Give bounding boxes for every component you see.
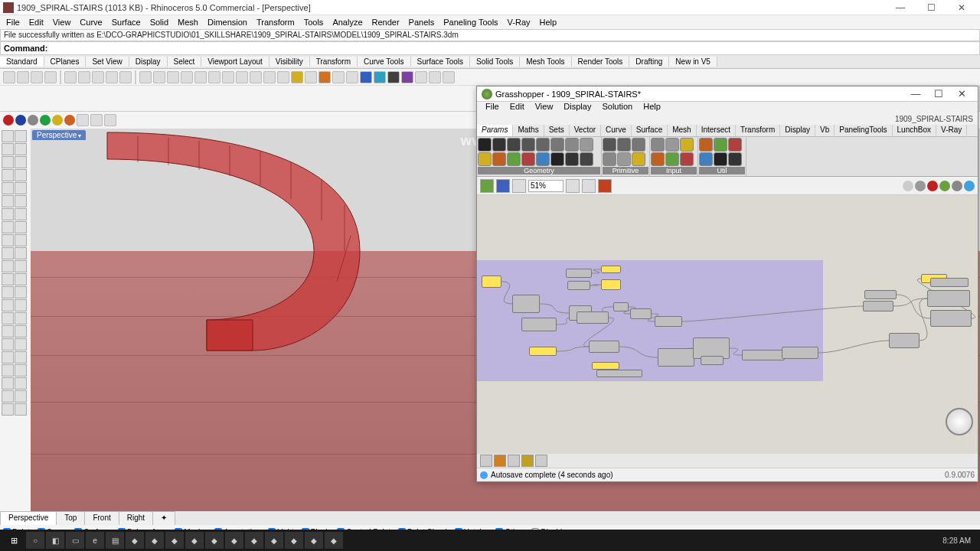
gh-component-icon[interactable] [478, 152, 492, 166]
viewport-tab[interactable]: Front [84, 511, 119, 525]
gh-component-icon[interactable] [507, 138, 521, 152]
mode-green-icon[interactable] [40, 115, 51, 126]
gh-wire-icon[interactable] [598, 179, 612, 193]
gh-canvas-toolbar[interactable] [477, 177, 978, 195]
side-tool-icon[interactable] [2, 247, 14, 259]
app5-icon[interactable]: ◆ [205, 532, 224, 549]
rhino-menu-item[interactable]: Edit [24, 18, 48, 27]
gumball-icon[interactable] [443, 71, 455, 83]
app4-icon[interactable]: ◆ [185, 532, 204, 549]
show-icon[interactable] [250, 71, 262, 83]
render-icon[interactable] [318, 71, 331, 83]
rhino-tooltabs-item[interactable]: Mesh Tools [520, 57, 571, 67]
cplane-icon[interactable] [277, 71, 289, 83]
viewport-tabs[interactable]: PerspectiveTopFrontRight✦ [0, 511, 980, 525]
side-tool-icon[interactable] [2, 143, 14, 155]
rhino-menu-item[interactable]: Panels [404, 18, 439, 27]
gh-tabs-item[interactable]: Maths [513, 125, 544, 136]
gh-node[interactable] [742, 350, 785, 360]
gh-menu-item[interactable]: File [480, 102, 505, 114]
gh-tabs-item[interactable]: Vb [815, 125, 835, 136]
start-button[interactable]: ⊞ [3, 531, 24, 549]
gh-node[interactable] [930, 278, 969, 287]
gh-markov-icon[interactable] [480, 455, 492, 467]
side-tool-icon[interactable] [15, 130, 27, 142]
side-tool-icon[interactable] [15, 234, 27, 246]
side-tool-icon[interactable] [15, 273, 27, 285]
gh-canvas[interactable] [477, 195, 978, 454]
gh-node[interactable] [782, 347, 818, 359]
side-tool-icon[interactable] [15, 169, 27, 181]
gh-script-icon[interactable] [508, 455, 520, 467]
side-tool-icon[interactable] [2, 221, 14, 233]
side-tool-icon[interactable] [2, 312, 14, 324]
gh-component-icon[interactable] [521, 152, 535, 166]
gh-component-icon[interactable] [550, 152, 564, 166]
gh-component-icon[interactable] [680, 138, 694, 152]
rhino-tooltabs-item[interactable]: Transform [310, 57, 358, 67]
app3-icon[interactable]: ◆ [165, 532, 184, 549]
gh-preview2-icon[interactable] [939, 181, 950, 191]
gh-close-button[interactable]: ✕ [950, 88, 973, 99]
side-tool-icon[interactable] [2, 403, 14, 416]
open-icon[interactable] [17, 71, 29, 83]
mode-orange-icon[interactable] [64, 115, 75, 126]
mode-red-icon[interactable] [3, 115, 14, 126]
pan-icon[interactable] [139, 71, 152, 83]
side-tool-icon[interactable] [15, 338, 27, 350]
side-tool-icon[interactable] [15, 325, 27, 337]
gh-ribbon[interactable]: GeometryPrimitiveInputUtil [477, 137, 978, 177]
zoom-icon[interactable] [167, 71, 179, 83]
sphere4-icon[interactable] [401, 71, 413, 83]
side-tool-icon[interactable] [2, 234, 14, 246]
gh-tabs-item[interactable]: Surface [632, 125, 668, 136]
gh-component-icon[interactable] [665, 152, 679, 166]
side-tool-icon[interactable] [15, 156, 27, 168]
gh-component-icon[interactable] [617, 138, 631, 152]
lock-icon[interactable] [263, 71, 276, 83]
side-tool-icon[interactable] [2, 286, 14, 298]
shade-icon[interactable] [332, 71, 345, 83]
gh-node[interactable] [596, 370, 642, 377]
gh-node[interactable] [592, 362, 619, 370]
mode-extra3-icon[interactable] [104, 114, 116, 126]
gh-component-icon[interactable] [536, 138, 550, 152]
app1-icon[interactable]: ◆ [126, 532, 144, 549]
mode-blue-icon[interactable] [15, 115, 26, 126]
gh-component-icon[interactable] [651, 152, 665, 166]
gh-node[interactable] [630, 308, 652, 319]
gh-node[interactable] [589, 341, 619, 353]
side-tool-icon[interactable] [15, 312, 27, 324]
gh-tabs-item[interactable]: PanelingTools [835, 125, 892, 136]
rhino-tooltabs-item[interactable]: Select [168, 57, 202, 67]
app7-icon[interactable]: ◆ [245, 532, 263, 549]
gh-component-icon[interactable] [728, 138, 742, 152]
rhino-tooltabs-item[interactable]: Solid Tools [470, 57, 520, 67]
side-tool-icon[interactable] [2, 260, 14, 272]
explorer-icon[interactable]: ▭ [66, 532, 84, 549]
gh-nopreview-icon[interactable] [927, 181, 938, 191]
gh-node[interactable] [701, 356, 724, 365]
side-tool-icon[interactable] [2, 351, 14, 364]
side-tool-icon[interactable] [15, 247, 27, 259]
save-icon[interactable] [31, 71, 43, 83]
gh-component-icon[interactable] [565, 138, 579, 152]
rhino-tooltabs-item[interactable]: Surface Tools [411, 57, 470, 67]
gh-widget-icon[interactable] [535, 455, 547, 467]
gh-tabs-item[interactable]: Vector [570, 125, 601, 136]
gh-menu-item[interactable]: View [530, 102, 559, 114]
side-tool-icon[interactable] [2, 182, 14, 194]
zoom-selected-icon[interactable] [208, 71, 220, 83]
sphere2-icon[interactable] [374, 71, 386, 83]
gh-component-icon[interactable] [632, 152, 645, 166]
side-tool-icon[interactable] [15, 403, 27, 416]
gh-shade-icon[interactable] [903, 181, 913, 191]
zoom-extents-icon[interactable] [181, 71, 193, 83]
side-tool-icon[interactable] [15, 221, 27, 233]
gh-component-icon[interactable] [603, 138, 616, 152]
rhino-menu-item[interactable]: Help [535, 18, 562, 27]
gh-tabs-item[interactable]: Params [477, 125, 513, 136]
gh-data-icon[interactable] [521, 455, 534, 467]
side-tool-icon[interactable] [15, 143, 27, 155]
gh-menu-item[interactable]: Display [558, 102, 596, 114]
